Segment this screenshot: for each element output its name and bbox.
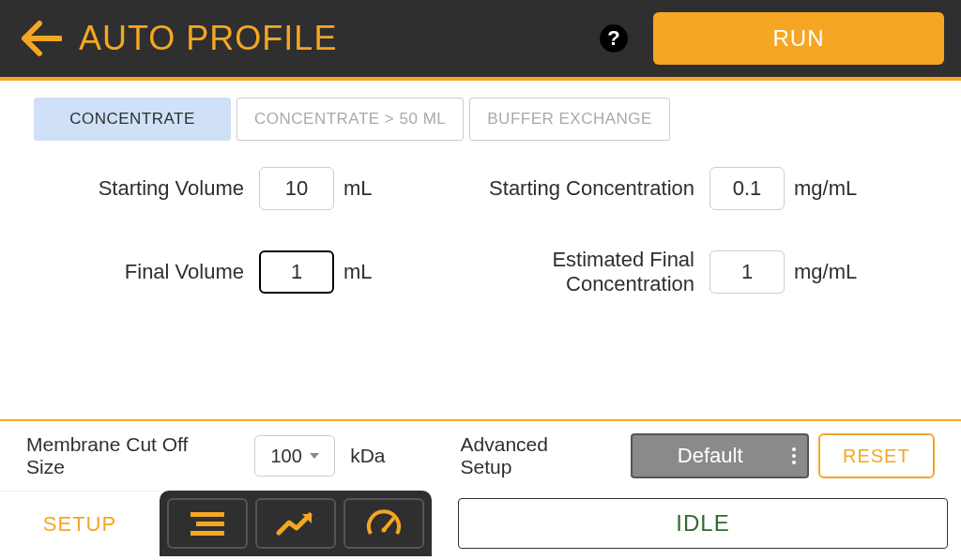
final-volume-label: Final Volume xyxy=(34,260,259,284)
chevron-down-icon xyxy=(310,453,319,459)
svg-point-4 xyxy=(382,528,387,533)
cutoff-value: 100 xyxy=(270,446,301,467)
cutoff-unit: kDa xyxy=(344,445,385,467)
help-icon[interactable]: ? xyxy=(597,22,631,55)
final-volume-unit: mL xyxy=(334,260,390,284)
svg-rect-2 xyxy=(191,531,224,536)
starting-concentration-unit: mg/mL xyxy=(785,176,860,201)
page-title: AUTO PROFILE xyxy=(79,19,597,58)
starting-volume-input[interactable] xyxy=(259,167,334,210)
list-icon[interactable] xyxy=(167,498,248,549)
status-indicator: IDLE xyxy=(458,498,948,549)
final-volume-input[interactable] xyxy=(259,250,334,294)
setup-tab[interactable]: SETUP xyxy=(0,491,160,556)
starting-volume-unit: mL xyxy=(334,176,390,201)
final-concentration-label: Estimated Final Concentration xyxy=(447,248,709,296)
cutoff-select[interactable]: 100 xyxy=(254,435,335,477)
advanced-setup-button[interactable]: Default xyxy=(631,433,809,478)
starting-concentration-label: Starting Concentration xyxy=(447,176,709,201)
starting-concentration-input[interactable] xyxy=(709,167,785,210)
advanced-setup-value: Default xyxy=(678,444,743,468)
cutoff-label: Membrane Cut Off Size xyxy=(26,433,222,478)
bottom-bar: SETUP IDLE xyxy=(0,491,961,556)
svg-rect-1 xyxy=(196,522,224,526)
trend-up-icon[interactable] xyxy=(255,498,336,549)
vertical-dots-icon xyxy=(792,447,796,464)
content-area: CONCENTRATE CONCENTRATE > 50 ML BUFFER E… xyxy=(0,81,961,419)
svg-rect-0 xyxy=(191,512,224,517)
tab-concentrate-50ml[interactable]: CONCENTRATE > 50 ML xyxy=(236,98,464,141)
nav-icons xyxy=(160,491,432,556)
mode-tabs: CONCENTRATE CONCENTRATE > 50 ML BUFFER E… xyxy=(34,98,927,141)
starting-volume-label: Starting Volume xyxy=(34,176,259,201)
final-concentration-input[interactable] xyxy=(709,250,785,294)
reset-button[interactable]: RESET xyxy=(818,433,935,478)
tab-concentrate[interactable]: CONCENTRATE xyxy=(34,98,231,141)
tab-buffer-exchange[interactable]: BUFFER EXCHANGE xyxy=(469,98,670,141)
run-button[interactable]: RUN xyxy=(653,12,944,65)
gauge-icon[interactable] xyxy=(343,498,424,549)
final-concentration-unit: mg/mL xyxy=(785,260,860,284)
options-row: Membrane Cut Off Size 100 kDa Advanced S… xyxy=(0,419,961,491)
parameter-grid: Starting Volume mL Starting Concentratio… xyxy=(34,167,927,296)
back-arrow-icon[interactable] xyxy=(17,16,66,61)
header-bar: AUTO PROFILE ? RUN xyxy=(0,0,961,81)
advanced-setup-label: Advanced Setup xyxy=(461,433,599,478)
